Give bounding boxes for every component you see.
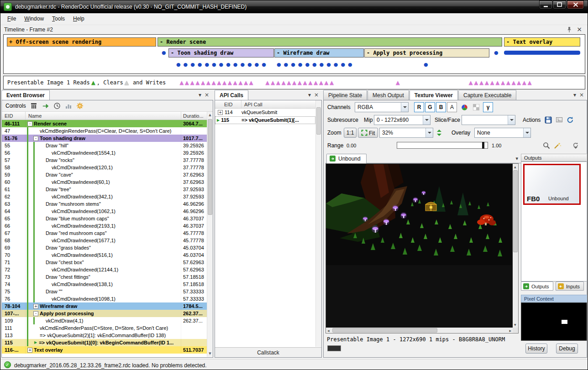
event-row[interactable]: 74 vkCmdDrawIndexed(138,1) 57.18518: [2, 281, 207, 288]
scroll-up-icon[interactable]: ▲: [514, 165, 516, 168]
range-min-value[interactable]: 0.00: [346, 143, 356, 148]
blue-channel-button[interactable]: B: [436, 102, 446, 112]
event-row[interactable]: 73 Draw "chest fittings" 57.18518: [2, 273, 207, 281]
alpha-channel-button[interactable]: A: [447, 102, 457, 112]
panel-menu-icon[interactable]: ▾: [308, 92, 311, 98]
menu-item[interactable]: Help: [69, 13, 89, 25]
event-dot[interactable]: ●: [494, 50, 499, 56]
scroll-up-icon[interactable]: ▲: [207, 112, 213, 118]
event-row[interactable]: 58 vkCmdDrawIndexed(120,1) 37.77778: [2, 164, 207, 171]
event-row[interactable]: 61 Draw "tree" 37.92593: [2, 186, 207, 193]
tab-outputs[interactable]: Outputs: [521, 281, 553, 291]
save-icon[interactable]: [544, 115, 553, 125]
event-row[interactable]: 62 vkCmdDrawIndexed(342,1) 37.92593: [2, 193, 207, 200]
debug-button[interactable]: Debug: [556, 344, 578, 354]
write-markers[interactable]: ▲▲▲▲▲▲▲▲▲▲▲▲▲▲: [179, 79, 254, 86]
panel-tab[interactable]: Capture Executable: [458, 90, 516, 100]
api-calls-scrollbar[interactable]: [315, 100, 321, 347]
time-draws-icon[interactable]: [53, 102, 63, 110]
tree-expander-icon[interactable]: -: [33, 136, 38, 141]
event-row[interactable]: 59 Draw "cave" 37.62963: [2, 171, 207, 178]
api-calls-header[interactable]: EID API Call: [215, 100, 315, 109]
texture-image[interactable]: [326, 164, 512, 265]
menu-item[interactable]: File: [3, 13, 20, 25]
event-row[interactable]: 113 => vkQueueSubmit(2)[1]: vkEndCommand…: [2, 332, 207, 339]
panel-close-icon[interactable]: ×: [579, 92, 584, 98]
scrollbar-thumb[interactable]: [513, 170, 518, 252]
scroll-down-icon[interactable]: ▼: [514, 323, 516, 326]
timeline-close-icon[interactable]: ×: [577, 26, 582, 33]
scrollbar-thumb[interactable]: [208, 119, 212, 215]
range-max-value[interactable]: 1.00: [492, 143, 501, 148]
event-row[interactable]: 65 Draw "blue mushroom caps" 46.37037: [2, 215, 207, 222]
stats-icon[interactable]: [65, 102, 74, 110]
event-row[interactable]: 69 Draw "grass blades" 45.03704: [2, 244, 207, 251]
tree-expander-icon[interactable]: -: [33, 311, 38, 316]
timeline-bar-render-scene[interactable]: - Render scene: [158, 37, 502, 47]
timeline-columns-icon[interactable]: [30, 102, 39, 110]
checkerboard-icon[interactable]: [471, 102, 481, 112]
tree-expander-icon[interactable]: +: [33, 304, 38, 309]
menu-item[interactable]: Tools: [48, 13, 69, 25]
viewer-vertical-scrollbar[interactable]: ▲ ▼: [513, 164, 518, 328]
pin-icon[interactable]: [567, 26, 572, 35]
event-dot[interactable]: ●: [162, 50, 166, 56]
tree-expander-icon[interactable]: +: [218, 110, 223, 115]
auto-range-options-icon[interactable]: [571, 141, 580, 150]
column-api-call[interactable]: API Call: [242, 100, 315, 108]
zoom-level-combo[interactable]: 32%: [379, 128, 433, 138]
flip-y-icon[interactable]: [435, 128, 443, 137]
bookmark-icon[interactable]: [76, 102, 85, 110]
draw-event-dots[interactable]: ●●●●●●●●●●●●●: [176, 62, 269, 68]
maximize-button[interactable]: [553, 0, 566, 9]
scroll-left-icon[interactable]: ◀: [327, 329, 330, 332]
timeline-bar-wireframe[interactable]: - Wireframe draw: [274, 48, 364, 57]
tab-inputs[interactable]: Inputs: [556, 281, 584, 291]
event-row[interactable]: 78-104 +Wireframe draw 1784.5...: [2, 302, 207, 310]
event-row[interactable]: 64 vkCmdDrawIndexed(1062,1) 46.96296: [2, 208, 207, 215]
panel-close-icon[interactable]: ×: [205, 92, 209, 98]
panel-close-icon[interactable]: ×: [314, 92, 319, 98]
event-row[interactable]: 115 ▶=> vkQueueSubmit(1)[0]: vkBeginComm…: [2, 339, 207, 346]
panel-menu-icon[interactable]: ▾: [573, 92, 576, 98]
event-browser-header[interactable]: EID Name Duratio...: [2, 112, 207, 120]
event-row[interactable]: 46-111 -Render scene 3064.7...: [2, 120, 207, 127]
fit-button[interactable]: Fit: [358, 128, 378, 138]
texture-list-chevron-icon[interactable]: ▾: [515, 156, 518, 162]
event-row[interactable]: 55 Draw "hill" 39.25926: [2, 142, 207, 149]
timeline-bar-toon-shading[interactable]: - Toon shading draw: [168, 48, 274, 57]
event-row[interactable]: 76 vkCmdDrawIndexed(1098,1) 57.33333: [2, 295, 207, 302]
callstack-section[interactable]: Callstack: [215, 347, 321, 357]
timeline-text-overlay-span[interactable]: [504, 51, 580, 55]
texture-display-area[interactable]: ◀ ▶ ▲ ▼: [326, 163, 519, 334]
pixel-context-view[interactable]: [521, 302, 587, 341]
panel-tab[interactable]: Pipeline State: [323, 90, 367, 100]
event-row[interactable]: 47 vkCmdBeginRenderPass(C=Clear, D=Clear…: [2, 127, 207, 135]
scroll-right-icon[interactable]: ▶: [509, 329, 511, 332]
event-row[interactable]: 72 vkCmdDrawIndexed(12144,1) 57.62963: [2, 266, 207, 273]
autofit-wand-icon[interactable]: [553, 141, 562, 150]
scrollbar-thumb[interactable]: [316, 107, 321, 135]
event-row[interactable]: 66 vkCmdDrawIndexed(2193,1) 46.37037: [2, 222, 207, 229]
timeline-bar-text-overlay[interactable]: - Text overlay: [504, 37, 580, 47]
event-row[interactable]: 56 vkCmdDrawIndexed(1554,1) 39.25926: [2, 149, 207, 156]
panel-tab[interactable]: Texture Viewer: [410, 90, 458, 100]
event-row[interactable]: 63 Draw "mushroom stems" 46.96296: [2, 200, 207, 208]
column-eid[interactable]: EID: [2, 112, 26, 120]
refresh-icon[interactable]: [566, 115, 575, 125]
range-slider[interactable]: [397, 142, 488, 149]
draw-event-dots[interactable]: ●●●●●●●●●●●: [277, 62, 355, 68]
tab-unbound-texture[interactable]: Unbound: [326, 154, 367, 163]
write-markers[interactable]: ▲▲▲▲▲▲▲▲▲▲▲▲▲: [265, 79, 335, 86]
thumbnail-fb0[interactable]: FB0 Unbound: [523, 164, 581, 205]
red-channel-button[interactable]: R: [414, 102, 424, 112]
event-row[interactable]: 70 vkCmdDrawIndexed(516,1) 45.03704: [2, 251, 207, 259]
api-call-row[interactable]: ▶115 => vkQueueSubmit(1)[...: [215, 116, 315, 124]
event-row[interactable]: 60 vkCmdDrawIndexed(60,1) 37.62963: [2, 178, 207, 186]
scrollbar-thumb[interactable]: [332, 328, 437, 333]
write-markers[interactable]: ▲▲▲▲▲▲▲▲▲▲▲▲: [469, 79, 533, 86]
tab-api-calls[interactable]: API Calls: [215, 90, 248, 100]
column-name[interactable]: Name: [26, 112, 181, 120]
overlay-dropdown[interactable]: None: [474, 128, 531, 138]
event-browser-scrollbar[interactable]: ▲ ▼: [207, 112, 213, 357]
